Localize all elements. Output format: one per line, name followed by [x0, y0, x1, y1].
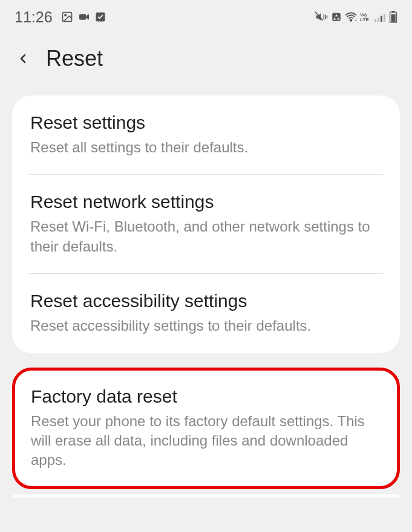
item-subtitle: Reset your phone to its factory default … [31, 412, 381, 470]
settings-group-1: Reset settings Reset all settings to the… [12, 96, 400, 353]
item-title: Reset accessibility settings [30, 291, 382, 311]
checkmark-icon [95, 11, 106, 22]
svg-rect-5 [332, 13, 341, 21]
status-bar-right: + Vo)LTE [315, 11, 397, 23]
status-bar-left: 11:26 [15, 8, 106, 26]
signal-icon [374, 12, 387, 22]
svg-rect-12 [381, 16, 382, 22]
recycle-icon [331, 11, 342, 22]
reset-network-settings-item[interactable]: Reset network settings Reset Wi-Fi, Blue… [12, 175, 400, 273]
svg-rect-11 [378, 18, 379, 22]
page-header: Reset [0, 29, 412, 96]
item-title: Factory data reset [31, 386, 381, 407]
back-button[interactable] [15, 50, 31, 67]
battery-icon [389, 11, 397, 23]
image-icon [61, 11, 73, 23]
svg-rect-13 [384, 14, 385, 22]
item-title: Reset settings [30, 112, 382, 133]
svg-text:+: + [355, 18, 357, 22]
svg-rect-10 [374, 19, 376, 22]
page-title: Reset [46, 46, 103, 71]
reset-settings-item[interactable]: Reset settings Reset all settings to the… [12, 96, 400, 174]
status-time: 11:26 [15, 8, 53, 26]
reset-accessibility-settings-item[interactable]: Reset accessibility settings Reset acces… [12, 274, 400, 352]
svg-point-6 [350, 19, 352, 21]
svg-point-1 [64, 15, 66, 16]
partial-card-bottom [12, 494, 400, 498]
mute-vibrate-icon [315, 11, 329, 22]
item-title: Reset network settings [30, 192, 382, 212]
status-bar: 11:26 + Vo)LTE [0, 0, 412, 29]
settings-group-2-highlighted: Factory data reset Reset your phone to i… [12, 368, 400, 489]
svg-text:LTE: LTE [360, 17, 369, 22]
camera-icon [78, 12, 90, 22]
factory-data-reset-item[interactable]: Factory data reset Reset your phone to i… [15, 371, 397, 486]
wifi-icon: + [344, 11, 358, 22]
item-subtitle: Reset Wi-Fi, Bluetooth, and other networ… [30, 217, 382, 256]
volte-icon: Vo)LTE [360, 12, 372, 22]
item-subtitle: Reset accessibility settings to their de… [30, 316, 382, 336]
svg-rect-16 [391, 14, 395, 22]
svg-rect-2 [79, 14, 86, 20]
item-subtitle: Reset all settings to their defaults. [30, 138, 382, 157]
